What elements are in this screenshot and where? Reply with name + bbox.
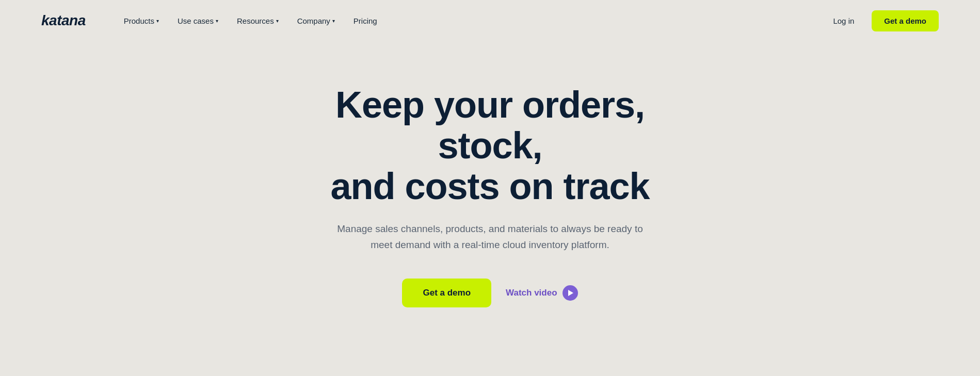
watch-video-label: Watch video <box>506 288 557 298</box>
chevron-down-icon: ▾ <box>156 18 159 24</box>
nav-label-company: Company <box>297 17 330 25</box>
nav-item-pricing[interactable]: Pricing <box>346 12 384 29</box>
hero-subtitle: Manage sales channels, products, and mat… <box>335 221 645 253</box>
hero-title-line2: and costs on track <box>330 166 649 207</box>
nav-links: Products ▾ Use cases ▾ Resources ▾ Compa… <box>117 12 826 29</box>
hero-section: Keep your orders, stock, and costs on tr… <box>0 41 980 361</box>
get-demo-button-nav[interactable]: Get a demo <box>872 10 939 31</box>
chevron-down-icon: ▾ <box>332 18 335 24</box>
get-demo-button-hero[interactable]: Get a demo <box>402 279 491 307</box>
play-triangle-icon <box>568 290 573 296</box>
watch-video-link[interactable]: Watch video <box>506 285 578 301</box>
play-icon <box>563 285 578 301</box>
nav-item-resources[interactable]: Resources ▾ <box>230 12 286 29</box>
nav-label-pricing: Pricing <box>354 17 377 25</box>
login-button[interactable]: Log in <box>826 12 861 29</box>
nav-item-products[interactable]: Products ▾ <box>117 12 166 29</box>
nav-item-company[interactable]: Company ▾ <box>290 12 342 29</box>
hero-title: Keep your orders, stock, and costs on tr… <box>279 85 702 207</box>
navigation: katana Products ▾ Use cases ▾ Resources … <box>0 0 980 41</box>
chevron-down-icon: ▾ <box>216 18 218 24</box>
nav-label-use-cases: Use cases <box>178 17 214 25</box>
nav-label-resources: Resources <box>237 17 274 25</box>
nav-label-products: Products <box>124 17 154 25</box>
logo[interactable]: katana <box>41 12 86 29</box>
chevron-down-icon: ▾ <box>276 18 279 24</box>
hero-actions: Get a demo Watch video <box>402 279 577 307</box>
nav-item-use-cases[interactable]: Use cases ▾ <box>170 12 226 29</box>
nav-right: Log in Get a demo <box>826 10 939 31</box>
hero-title-line1: Keep your orders, stock, <box>335 84 645 166</box>
